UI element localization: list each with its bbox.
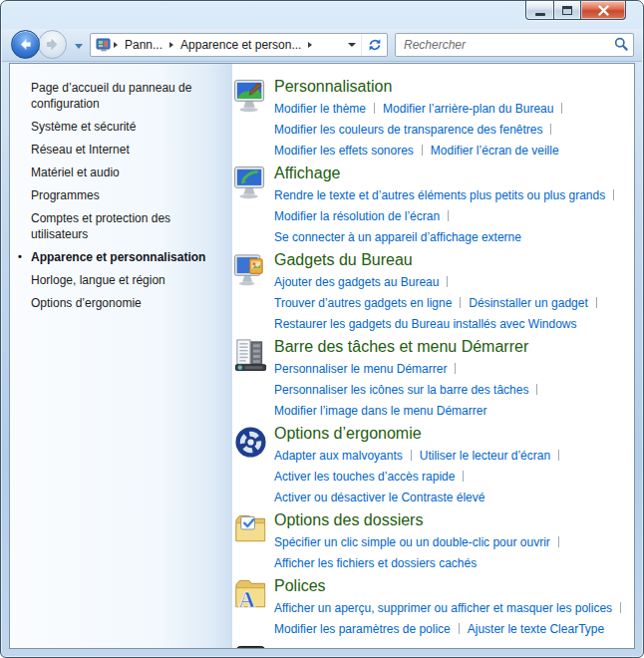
breadcrumb-arrow-icon[interactable]: [308, 42, 312, 48]
task-link[interactable]: Afficher un aperçu, supprimer ou affiche…: [274, 601, 612, 615]
link-separator: [459, 623, 460, 634]
svg-text:A: A: [238, 586, 255, 612]
section-links: Adapter aux malvoyantsUtiliser le lecteu…: [274, 445, 567, 507]
forward-button[interactable]: [38, 30, 67, 59]
breadcrumb-arrow-icon[interactable]: [114, 42, 118, 48]
task-link[interactable]: Activer les touches d’accès rapide: [274, 470, 455, 484]
forward-arrow-icon: [45, 37, 60, 52]
task-link-line: Modifier les effets sonoresModifier l’éc…: [274, 140, 570, 161]
sections: Personnalisation Modifier le thèmeModifi…: [232, 64, 634, 648]
task-link[interactable]: Modifier l’écran de veille: [431, 144, 559, 158]
task-link[interactable]: Modifier le thème: [274, 102, 366, 116]
task-link[interactable]: Personnaliser le menu Démarrer: [274, 362, 447, 376]
task-link[interactable]: Adapter aux malvoyants: [274, 449, 403, 463]
minimize-button[interactable]: [525, 1, 554, 20]
link-separator: [463, 471, 464, 482]
task-link[interactable]: Restaurer les gadgets du Bureau installé…: [274, 317, 577, 331]
ease-of-access-icon: [233, 425, 268, 460]
link-separator: [561, 103, 562, 114]
breadcrumb-appearance[interactable]: Apparence et person...: [175, 38, 306, 52]
maximize-icon: [562, 6, 572, 15]
sidebar-item[interactable]: Page d’accueil du panneau de configurati…: [10, 80, 232, 112]
link-separator: [448, 210, 449, 221]
maximize-button[interactable]: [554, 1, 581, 20]
breadcrumb-control-panel[interactable]: Pann...: [120, 38, 167, 52]
chevron-down-icon: [348, 43, 356, 47]
task-link-line: Modifier le thèmeModifier l’arrière-plan…: [274, 98, 570, 119]
sidebar-item[interactable]: Système et sécurité: [10, 119, 232, 135]
recent-pages-chevron-icon[interactable]: [75, 44, 83, 49]
breadcrumb-arrow-icon[interactable]: [169, 42, 173, 48]
sidebar-nav: Page d’accueil du panneau de configurati…: [10, 64, 232, 648]
close-button[interactable]: [581, 1, 626, 20]
link-separator: [550, 124, 551, 135]
section-links: Rendre le texte et d’autres éléments plu…: [274, 184, 622, 247]
sidebar-item[interactable]: Réseau et Internet: [10, 142, 232, 158]
sidebar-item[interactable]: Matériel et audio: [10, 164, 232, 180]
task-link[interactable]: Trouver d’autres gadgets en ligne: [274, 296, 452, 310]
link-separator: [536, 384, 537, 395]
link-separator: [411, 450, 412, 461]
address-bar[interactable]: Pann... Apparence et person...: [90, 33, 388, 57]
link-separator: [613, 189, 614, 200]
search-icon[interactable]: [614, 37, 628, 51]
active-bullet-icon: •: [18, 248, 22, 264]
task-link[interactable]: Ajuster le texte ClearType: [468, 622, 604, 636]
section-title[interactable]: Barre des tâches et menu Démarrer: [274, 337, 545, 357]
task-link[interactable]: Modifier les effets sonores: [274, 144, 414, 158]
section-title[interactable]: Gadgets du Bureau: [274, 250, 605, 270]
task-link-line: Modifier l’image dans le menu Démarrer: [274, 400, 545, 421]
sidebar-item-label: Page d’accueil du panneau de configurati…: [31, 81, 191, 111]
content-area: Page d’accueil du panneau de configurati…: [9, 63, 635, 649]
task-link-line: Afficher les fichiers et dossiers cachés: [274, 552, 567, 573]
task-link[interactable]: Personnaliser les icônes sur la barre de…: [274, 383, 528, 397]
minimize-icon: [535, 13, 545, 16]
task-link[interactable]: Spécifier un clic simple ou un double-cl…: [274, 535, 550, 549]
task-link[interactable]: Se connecter à un appareil d’affichage e…: [274, 230, 521, 244]
address-dropdown-button[interactable]: [343, 43, 361, 47]
task-link[interactable]: Ajouter des gadgets au Bureau: [274, 275, 439, 289]
section-body: Polices Afficher un aperçu, supprimer ou…: [274, 576, 629, 639]
title-bar[interactable]: [1, 1, 643, 29]
task-link[interactable]: Modifier les paramètres de police: [274, 622, 451, 636]
sidebar-item-label: Apparence et personnalisation: [31, 250, 205, 264]
task-link[interactable]: Modifier l’image dans le menu Démarrer: [274, 404, 486, 418]
task-link-line: Spécifier un clic simple ou un double-cl…: [274, 531, 567, 552]
section-title[interactable]: Polices: [274, 576, 629, 596]
section-title[interactable]: Options d’ergonomie: [274, 424, 567, 444]
section-body: Affichage Rendre le texte et d’autres él…: [274, 164, 622, 247]
sidebar-item[interactable]: Horloge, langue et région: [10, 272, 232, 288]
desktop-gadgets-icon: [233, 251, 268, 286]
task-link[interactable]: Afficher les fichiers et dossiers cachés: [274, 556, 477, 570]
section-title[interactable]: Personnalisation: [274, 77, 570, 97]
sidebar-item[interactable]: • Apparence et personnalisation: [10, 249, 232, 265]
sidebar-item-label: Matériel et audio: [31, 165, 120, 179]
fonts-icon: A: [233, 577, 268, 612]
section-title[interactable]: Options des dossiers: [274, 510, 567, 530]
search-box: [395, 33, 634, 57]
sidebar-item-label: Options d’ergonomie: [31, 296, 142, 310]
task-link[interactable]: Modifier l’arrière-plan du Bureau: [383, 102, 553, 116]
sidebar-item[interactable]: Options d’ergonomie: [10, 295, 232, 311]
task-link-line: Adapter aux malvoyantsUtiliser le lecteu…: [274, 445, 567, 466]
refresh-button[interactable]: [361, 34, 387, 56]
task-link[interactable]: Rendre le texte et d’autres éléments plu…: [274, 188, 605, 202]
task-link[interactable]: Modifier la résolution de l’écran: [274, 209, 440, 223]
control-panel-icon: [96, 37, 112, 53]
sidebar-item[interactable]: Programmes: [10, 187, 232, 203]
task-link[interactable]: Activer ou désactiver le Contraste élevé: [274, 491, 484, 504]
back-button[interactable]: [11, 30, 40, 59]
section: Options d’ergonomie Adapter aux malvoyan…: [233, 424, 630, 507]
task-link[interactable]: Désinstaller un gadget: [469, 296, 587, 310]
link-separator: [460, 297, 461, 308]
task-link[interactable]: Modifier les couleurs de transparence de…: [274, 123, 542, 137]
link-separator: [374, 103, 375, 114]
task-link[interactable]: Utiliser le lecteur d’écran: [420, 449, 550, 463]
search-input[interactable]: [395, 33, 634, 57]
section: Barre des tâches et menu Démarrer Person…: [233, 337, 630, 421]
personalization-icon: [233, 78, 268, 113]
section-title[interactable]: Affichage: [274, 164, 622, 183]
nvidia-icon: [233, 645, 268, 648]
sidebar-item[interactable]: Comptes et protection des utilisateurs: [10, 210, 232, 242]
sidebar-item-label: Comptes et protection des utilisateurs: [31, 211, 170, 241]
